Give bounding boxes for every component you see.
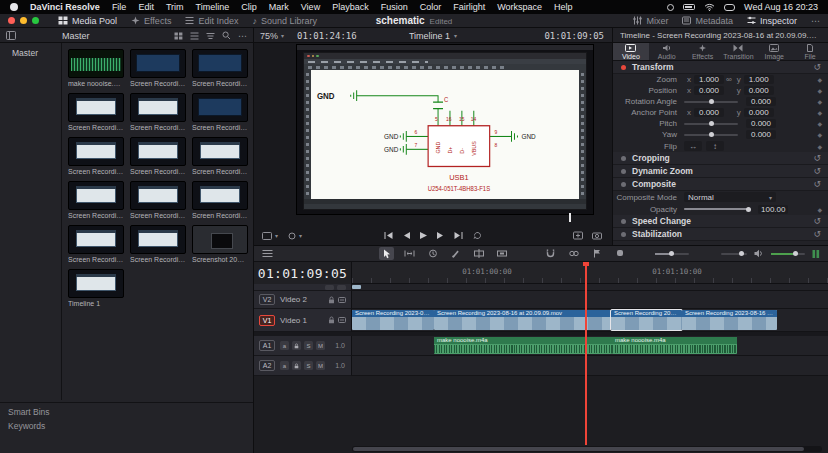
jump-to-start-button[interactable]	[384, 231, 394, 240]
keyframe-icon[interactable]: ◆	[817, 76, 822, 83]
menu-file[interactable]: File	[112, 2, 127, 12]
menu-edit[interactable]: Edit	[138, 2, 154, 12]
bin-options-icon[interactable]: ⋯	[238, 31, 247, 41]
menu-clip[interactable]: Clip	[241, 2, 257, 12]
edit-index-toggle[interactable]: Edit Index	[185, 16, 238, 26]
media-clip[interactable]: Screen Recording...	[68, 93, 124, 131]
track-destination-v1[interactable]: V1	[259, 315, 275, 326]
list-view-icon[interactable]	[190, 32, 199, 40]
track-header-a1[interactable]: A1 a S M 1.0	[254, 336, 352, 356]
reset-icon[interactable]: ↺	[813, 62, 821, 72]
keyframe-icon[interactable]: ◆	[817, 206, 822, 213]
timeline-selector[interactable]: Timeline 1	[409, 31, 450, 41]
section-cropping[interactable]: Cropping ↺	[613, 152, 828, 165]
step-back-button[interactable]	[403, 231, 411, 240]
metadata-toggle[interactable]: Metadata	[682, 16, 733, 26]
viewer-zoom-select[interactable]: 75%	[260, 31, 278, 41]
media-clip[interactable]: Screen Recording...	[192, 181, 248, 219]
opacity-field[interactable]: 100.00	[758, 205, 788, 214]
media-clip[interactable]: Screen Recording...	[130, 137, 186, 175]
razor-edit-tool[interactable]	[448, 247, 463, 260]
status-record-icon[interactable]	[667, 4, 674, 11]
dynamic-trim-tool[interactable]	[425, 247, 440, 260]
track-lock-icon[interactable]	[328, 296, 335, 304]
track-lock-icon[interactable]	[292, 361, 301, 370]
thumbnail-view-icon[interactable]	[174, 32, 183, 40]
timeline-position-timecode[interactable]: 01:01:09:05	[254, 262, 352, 284]
keyframe-icon[interactable]: ◆	[817, 98, 822, 105]
media-pool-toggle[interactable]: Media Pool	[58, 16, 117, 26]
transform-enable-toggle[interactable]	[621, 65, 626, 70]
composite-enable-toggle[interactable]	[621, 182, 626, 187]
media-clip[interactable]: Screenshot 2023-...	[192, 225, 248, 263]
position-y-field[interactable]: 0.000	[744, 86, 774, 95]
overwrite-clip-icon[interactable]	[494, 247, 509, 260]
audio-arm-button[interactable]: a	[280, 361, 289, 370]
solo-button[interactable]: S	[304, 341, 313, 350]
insert-clip-icon[interactable]	[471, 247, 486, 260]
tab-file[interactable]: File	[792, 43, 828, 60]
opacity-slider[interactable]	[684, 208, 750, 210]
track-destination-a2[interactable]: A2	[259, 360, 275, 371]
track-lane-v2[interactable]	[352, 291, 828, 309]
pitch-slider[interactable]	[684, 123, 738, 125]
dynamic-zoom-enable-toggle[interactable]	[621, 169, 626, 174]
zoom-x-field[interactable]: 1.000	[694, 75, 724, 84]
jump-to-end-button[interactable]	[454, 231, 464, 240]
position-x-field[interactable]: 0.000	[694, 86, 724, 95]
menu-view[interactable]: View	[301, 2, 320, 12]
battery-icon[interactable]	[683, 4, 695, 10]
section-dynamic-zoom[interactable]: Dynamic Zoom ↺	[613, 165, 828, 178]
audio-meter-icon[interactable]	[812, 249, 820, 259]
flag-icon[interactable]	[589, 247, 604, 260]
audio-level-slider[interactable]	[721, 253, 747, 255]
reset-icon[interactable]: ↺	[813, 229, 821, 239]
menu-mark[interactable]: Mark	[269, 2, 289, 12]
media-clip[interactable]: Screen Recording...	[68, 137, 124, 175]
effects-toggle[interactable]: Effects	[131, 16, 171, 26]
audio-clip[interactable]: make noooise.m4a	[612, 337, 737, 354]
track-volume[interactable]: 1.0	[335, 342, 345, 349]
menu-app-name[interactable]: DaVinci Resolve	[30, 2, 100, 12]
tab-audio[interactable]: Audio	[649, 43, 685, 60]
yaw-slider[interactable]	[684, 134, 738, 136]
section-transform[interactable]: Transform ↺	[613, 61, 828, 74]
sort-icon[interactable]	[206, 32, 215, 40]
viewer-mode-select[interactable]: ▾	[262, 232, 278, 240]
video-clip-selected[interactable]: Screen Recording 2023-08-16 at 20.09.09.…	[611, 310, 682, 330]
mute-button[interactable]: M	[316, 361, 325, 370]
section-stabilization[interactable]: Stabilization ↺	[613, 228, 828, 241]
step-forward-button[interactable]	[437, 231, 445, 240]
video-clip[interactable]: Screen Recording 2023-08-16 at 20.09.09.…	[682, 310, 777, 330]
media-clip[interactable]: Screen Recording...	[130, 181, 186, 219]
window-zoom-button[interactable]	[32, 17, 39, 24]
pitch-field[interactable]: 0.000	[746, 119, 776, 128]
section-speed-change[interactable]: Speed Change ↺	[613, 215, 828, 228]
flip-vertical-button[interactable]: ↕	[706, 141, 724, 151]
track-name[interactable]: Video 1	[280, 316, 307, 325]
match-frame-icon[interactable]	[573, 231, 583, 240]
media-clip[interactable]: Screen Recording...	[130, 93, 186, 131]
link-xy-icon[interactable]: ∞	[726, 75, 732, 84]
timeline-view-options-icon[interactable]	[260, 247, 275, 260]
mixer-toggle[interactable]: Mixer	[633, 16, 668, 26]
window-close-button[interactable]	[8, 17, 15, 24]
keyframe-icon[interactable]: ◆	[817, 143, 822, 150]
menu-color[interactable]: Color	[420, 2, 442, 12]
media-clip[interactable]: Screen Recording...	[192, 93, 248, 131]
track-lock-icon[interactable]	[328, 316, 335, 324]
media-clip[interactable]: Screen Recording...	[192, 137, 248, 175]
track-lock-icon[interactable]	[292, 341, 301, 350]
menu-help[interactable]: Help	[554, 2, 573, 12]
cropping-enable-toggle[interactable]	[621, 156, 626, 161]
selection-mode-tool[interactable]	[379, 247, 394, 260]
track-lane-a1[interactable]: make noooise.m4a make noooise.m4a	[352, 336, 828, 356]
track-destination-a1[interactable]: A1	[259, 340, 275, 351]
solo-button[interactable]: S	[304, 361, 313, 370]
composite-mode-select[interactable]: Normal ▾	[684, 192, 776, 202]
media-clip[interactable]: Screen Recording...	[68, 181, 124, 219]
wifi-icon[interactable]	[704, 3, 715, 11]
anchor-x-field[interactable]: 0.000	[694, 108, 724, 117]
media-clip[interactable]: Screen Recording...	[130, 225, 186, 263]
play-button[interactable]	[420, 231, 428, 240]
